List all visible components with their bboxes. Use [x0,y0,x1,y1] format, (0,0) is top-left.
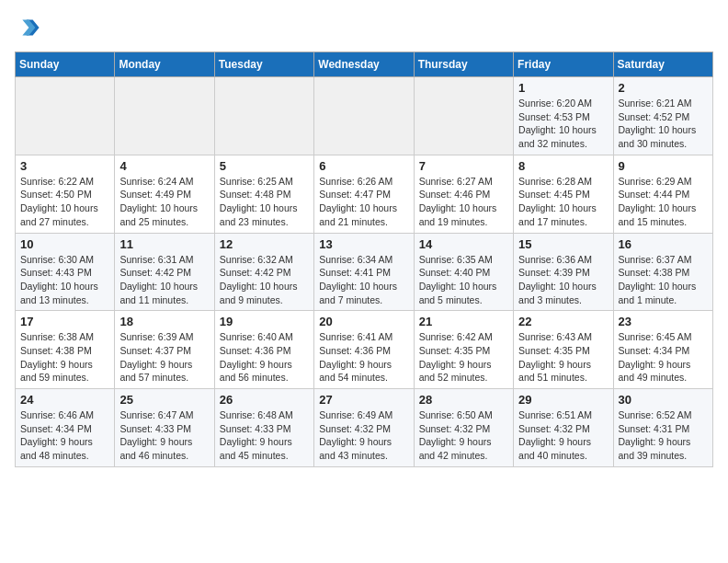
calendar-cell: 16Sunrise: 6:37 AM Sunset: 4:38 PM Dayli… [613,233,712,311]
day-detail: Sunrise: 6:21 AM Sunset: 4:52 PM Dayligh… [619,97,708,151]
day-number: 4 [119,159,209,173]
calendar-cell: 27Sunrise: 6:49 AM Sunset: 4:32 PM Dayli… [314,389,414,467]
day-detail: Sunrise: 6:30 AM Sunset: 4:43 PM Dayligh… [20,253,109,307]
calendar-cell [414,77,513,155]
weekday-header: Monday [115,52,214,77]
calendar-week: 1Sunrise: 6:20 AM Sunset: 4:53 PM Daylig… [16,77,713,155]
calendar-week: 10Sunrise: 6:30 AM Sunset: 4:43 PM Dayli… [16,233,713,311]
weekday-header: Tuesday [214,52,313,77]
calendar-cell: 5Sunrise: 6:25 AM Sunset: 4:48 PM Daylig… [214,155,313,233]
logo [15,15,44,40]
day-number: 23 [619,315,708,328]
calendar-cell: 10Sunrise: 6:30 AM Sunset: 4:43 PM Dayli… [16,233,115,311]
calendar-cell: 22Sunrise: 6:43 AM Sunset: 4:35 PM Dayli… [514,311,613,389]
day-number: 28 [419,393,508,407]
day-detail: Sunrise: 6:36 AM Sunset: 4:39 PM Dayligh… [518,253,608,307]
day-detail: Sunrise: 6:26 AM Sunset: 4:47 PM Dayligh… [319,175,408,229]
calendar-cell: 11Sunrise: 6:31 AM Sunset: 4:42 PM Dayli… [115,233,214,311]
day-number: 10 [20,237,109,251]
day-number: 16 [619,237,708,251]
day-detail: Sunrise: 6:52 AM Sunset: 4:31 PM Dayligh… [619,408,708,463]
day-detail: Sunrise: 6:38 AM Sunset: 4:38 PM Dayligh… [20,330,109,385]
day-detail: Sunrise: 6:47 AM Sunset: 4:33 PM Dayligh… [119,408,209,463]
day-number: 12 [220,237,309,251]
weekday-header: Saturday [613,52,712,77]
day-detail: Sunrise: 6:27 AM Sunset: 4:46 PM Dayligh… [419,175,508,229]
day-number: 15 [518,237,608,251]
calendar-cell: 13Sunrise: 6:34 AM Sunset: 4:41 PM Dayli… [314,233,414,311]
day-number: 5 [220,159,309,173]
day-detail: Sunrise: 6:28 AM Sunset: 4:45 PM Dayligh… [518,175,608,229]
day-detail: Sunrise: 6:32 AM Sunset: 4:42 PM Dayligh… [220,253,309,307]
day-number: 2 [619,81,708,95]
calendar-cell: 7Sunrise: 6:27 AM Sunset: 4:46 PM Daylig… [414,155,513,233]
day-number: 13 [319,237,408,251]
day-detail: Sunrise: 6:50 AM Sunset: 4:32 PM Dayligh… [419,408,508,463]
calendar-cell: 30Sunrise: 6:52 AM Sunset: 4:31 PM Dayli… [613,389,712,467]
calendar-cell: 23Sunrise: 6:45 AM Sunset: 4:34 PM Dayli… [613,311,712,389]
calendar-cell: 28Sunrise: 6:50 AM Sunset: 4:32 PM Dayli… [414,389,513,467]
day-detail: Sunrise: 6:35 AM Sunset: 4:40 PM Dayligh… [419,253,508,307]
page-header [15,15,713,40]
day-detail: Sunrise: 6:37 AM Sunset: 4:38 PM Dayligh… [619,253,708,307]
day-number: 24 [20,393,109,407]
calendar-cell: 26Sunrise: 6:48 AM Sunset: 4:33 PM Dayli… [214,389,313,467]
day-detail: Sunrise: 6:31 AM Sunset: 4:42 PM Dayligh… [119,253,209,307]
day-number: 17 [20,315,109,328]
day-detail: Sunrise: 6:48 AM Sunset: 4:33 PM Dayligh… [220,408,309,463]
day-detail: Sunrise: 6:24 AM Sunset: 4:49 PM Dayligh… [119,175,209,229]
day-number: 14 [419,237,508,251]
calendar-cell: 15Sunrise: 6:36 AM Sunset: 4:39 PM Dayli… [514,233,613,311]
day-detail: Sunrise: 6:43 AM Sunset: 4:35 PM Dayligh… [518,330,608,385]
calendar-cell: 25Sunrise: 6:47 AM Sunset: 4:33 PM Dayli… [115,389,214,467]
day-detail: Sunrise: 6:34 AM Sunset: 4:41 PM Dayligh… [319,253,408,307]
calendar-cell: 24Sunrise: 6:46 AM Sunset: 4:34 PM Dayli… [16,389,115,467]
calendar-cell [115,77,214,155]
day-detail: Sunrise: 6:46 AM Sunset: 4:34 PM Dayligh… [20,408,109,463]
calendar-week: 17Sunrise: 6:38 AM Sunset: 4:38 PM Dayli… [16,311,713,389]
calendar-cell: 20Sunrise: 6:41 AM Sunset: 4:36 PM Dayli… [314,311,414,389]
calendar-cell: 14Sunrise: 6:35 AM Sunset: 4:40 PM Dayli… [414,233,513,311]
day-detail: Sunrise: 6:40 AM Sunset: 4:36 PM Dayligh… [220,330,309,385]
day-number: 9 [619,159,708,173]
day-detail: Sunrise: 6:22 AM Sunset: 4:50 PM Dayligh… [20,175,109,229]
weekday-header: Sunday [16,52,115,77]
calendar-cell [314,77,414,155]
weekday-header: Friday [514,52,613,77]
day-number: 1 [518,81,608,95]
calendar-cell: 3Sunrise: 6:22 AM Sunset: 4:50 PM Daylig… [16,155,115,233]
calendar-cell: 2Sunrise: 6:21 AM Sunset: 4:52 PM Daylig… [613,77,712,155]
calendar-cell [214,77,313,155]
calendar-cell: 9Sunrise: 6:29 AM Sunset: 4:44 PM Daylig… [613,155,712,233]
calendar-cell: 17Sunrise: 6:38 AM Sunset: 4:38 PM Dayli… [16,311,115,389]
day-number: 18 [119,315,209,328]
calendar-table: SundayMondayTuesdayWednesdayThursdayFrid… [15,52,713,467]
calendar-cell: 1Sunrise: 6:20 AM Sunset: 4:53 PM Daylig… [514,77,613,155]
day-number: 7 [419,159,508,173]
calendar-cell: 12Sunrise: 6:32 AM Sunset: 4:42 PM Dayli… [214,233,313,311]
weekday-header: Thursday [414,52,513,77]
day-detail: Sunrise: 6:45 AM Sunset: 4:34 PM Dayligh… [619,330,708,385]
day-number: 27 [319,393,408,407]
weekday-header: Wednesday [314,52,414,77]
calendar-cell: 4Sunrise: 6:24 AM Sunset: 4:49 PM Daylig… [115,155,214,233]
day-number: 30 [619,393,708,407]
day-number: 8 [518,159,608,173]
day-number: 29 [518,393,608,407]
calendar-cell [16,77,115,155]
day-number: 11 [119,237,209,251]
calendar-cell: 21Sunrise: 6:42 AM Sunset: 4:35 PM Dayli… [414,311,513,389]
day-detail: Sunrise: 6:41 AM Sunset: 4:36 PM Dayligh… [319,330,408,385]
day-number: 22 [518,315,608,328]
day-detail: Sunrise: 6:20 AM Sunset: 4:53 PM Dayligh… [518,97,608,151]
logo-icon [15,15,40,40]
calendar-cell: 29Sunrise: 6:51 AM Sunset: 4:32 PM Dayli… [514,389,613,467]
calendar-cell: 19Sunrise: 6:40 AM Sunset: 4:36 PM Dayli… [214,311,313,389]
day-number: 6 [319,159,408,173]
day-detail: Sunrise: 6:49 AM Sunset: 4:32 PM Dayligh… [319,408,408,463]
day-detail: Sunrise: 6:42 AM Sunset: 4:35 PM Dayligh… [419,330,508,385]
day-detail: Sunrise: 6:51 AM Sunset: 4:32 PM Dayligh… [518,408,608,463]
day-number: 19 [220,315,309,328]
day-detail: Sunrise: 6:39 AM Sunset: 4:37 PM Dayligh… [119,330,209,385]
calendar-week: 24Sunrise: 6:46 AM Sunset: 4:34 PM Dayli… [16,389,713,467]
